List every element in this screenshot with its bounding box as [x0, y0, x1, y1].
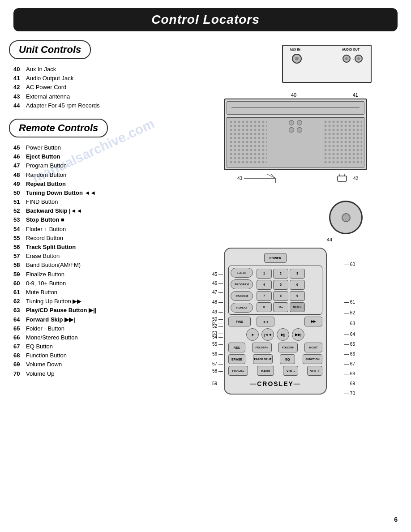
list-item: 57 Erase Button: [13, 252, 215, 260]
item-num: 66: [13, 334, 26, 342]
power-button[interactable]: POWER: [264, 253, 287, 263]
list-item: 40 Aux In Jack: [13, 65, 215, 73]
rec-button[interactable]: REC: [228, 343, 245, 352]
left-num-58: 58 —: [212, 369, 223, 373]
label-41: 41: [353, 92, 358, 98]
left-num-54: 54 —: [212, 335, 223, 339]
item-num: 42: [13, 83, 26, 91]
mute-button[interactable]: MUTE: [290, 302, 305, 312]
repeat-button[interactable]: REPEAT: [231, 303, 253, 313]
vol-down-button[interactable]: VOL -: [283, 366, 298, 376]
back-skip-button[interactable]: |◄◄: [261, 328, 274, 341]
item-label: Repeat Button: [26, 180, 66, 188]
mo-st-button[interactable]: MO/ST: [304, 343, 322, 352]
left-col: EJECT PROGRAM RANDOM REPEAT: [231, 268, 253, 313]
svg-rect-1: [229, 120, 267, 165]
unit-control-knob-2: [297, 120, 302, 125]
folder-minus-button[interactable]: FOLDER-: [278, 343, 298, 352]
tune-up-button[interactable]: ▶▶: [304, 317, 322, 326]
list-item: 47 Program Button: [13, 162, 215, 170]
list-item: 66 Mono/Stereo Button: [13, 334, 215, 342]
vol-up-button[interactable]: VOL +: [307, 366, 322, 376]
item-label: Floder + Button: [26, 225, 66, 233]
side-num-70: — 70: [344, 391, 355, 396]
remote-controls-title: Remote Controls: [19, 122, 98, 134]
side-num-66: — 66: [344, 352, 355, 356]
crosley-logo: —CROSLEY—: [228, 380, 322, 387]
num-1-button[interactable]: 1: [257, 269, 272, 279]
remote-controls-box: Remote Controls: [9, 119, 108, 137]
page-number: 6: [394, 516, 398, 523]
item-num: 52: [13, 207, 26, 215]
find-button[interactable]: FIND: [228, 317, 251, 326]
item-num: 56: [13, 243, 26, 251]
item-label: Volume Down: [26, 360, 62, 369]
num-6-button[interactable]: 6: [290, 280, 305, 290]
item-label: Aux In Jack: [26, 65, 56, 73]
svg-line-7: [271, 174, 275, 178]
num-3-button[interactable]: 3: [290, 269, 305, 279]
item-label: Tuning Down Button ◄◄: [26, 189, 96, 197]
item-num: 51: [13, 198, 26, 206]
side-num-67: — 67: [344, 361, 355, 366]
audio-out-label: AUDIO OUT: [342, 48, 360, 51]
fwd-skip-button[interactable]: ▶▶|: [292, 328, 304, 341]
unit-control-knob-4: [297, 127, 302, 133]
program-button[interactable]: PROGRAM: [231, 279, 253, 289]
item-label: Eject Button: [26, 153, 60, 161]
num-0-button[interactable]: 0: [257, 302, 272, 312]
item-num: 46: [13, 153, 26, 161]
function-button[interactable]: FUNCTION: [303, 354, 322, 364]
unit-diagram-area: AUX IN AUDIO OUT L R: [224, 45, 376, 192]
track-split-button[interactable]: TRACK SPLIT: [253, 354, 273, 364]
label-42: 42: [353, 176, 358, 181]
eq-button[interactable]: EQ: [280, 354, 295, 364]
svg-line-6: [266, 174, 275, 178]
stop-button[interactable]: ■: [246, 328, 259, 341]
item-num: 45: [13, 144, 26, 152]
unit-controls-list: 40 Aux In Jack 41 Audio Output Jack 42 A…: [13, 65, 215, 110]
item-label: Mute Button: [26, 288, 57, 296]
num-7-button[interactable]: 7: [257, 291, 272, 301]
left-num-45: 45 —: [212, 272, 223, 277]
side-num-64: — 64: [344, 332, 355, 337]
tune-down-button[interactable]: ◄◄: [257, 317, 274, 326]
num-9-button[interactable]: 9: [290, 291, 305, 301]
num-2-button[interactable]: 2: [273, 269, 288, 279]
unit-controls-box: Unit Controls: [9, 40, 91, 59]
finalize-button[interactable]: FINALIZE: [228, 366, 248, 376]
folder-plus-button[interactable]: FOLDER+: [252, 343, 272, 352]
right-panel: manualsarchive.com AUX IN AUDIO OUT L R: [215, 40, 402, 395]
play-pause-button[interactable]: ▶||: [277, 328, 289, 341]
list-item: 56 Track Split Button: [13, 243, 215, 251]
item-num: 69: [13, 360, 26, 369]
item-label: External antenna: [26, 93, 70, 101]
random-button[interactable]: RANDOM: [231, 291, 253, 301]
erase-track-row: ERASE TRACK SPLIT EQ FUNCTION: [228, 354, 322, 364]
left-num-56: 56 —: [212, 352, 223, 356]
unit-control-knob-3: [289, 127, 294, 133]
side-num-62: — 62: [344, 310, 355, 315]
left-num-49: 49 —: [212, 309, 223, 314]
eject-numpad-section: EJECT PROGRAM RANDOM REPEAT 1 2 3 4 5 6 …: [228, 266, 322, 315]
num-4-button[interactable]: 4: [257, 280, 272, 290]
band-button[interactable]: BAND: [257, 366, 274, 376]
side-num-63: — 63: [344, 321, 355, 326]
num-10plus-button[interactable]: 10+: [273, 302, 288, 312]
main-content: Unit Controls 40 Aux In Jack 41 Audio Ou…: [0, 36, 411, 399]
left-num-47: 47 —: [212, 290, 223, 295]
eject-button[interactable]: EJECT: [231, 268, 253, 278]
num-5-button[interactable]: 5: [273, 280, 288, 290]
item-num: 41: [13, 74, 26, 82]
item-label: Forward Skip ▶▶|: [26, 316, 75, 324]
item-num: 57: [13, 252, 26, 260]
audio-out-r-jack: [355, 55, 363, 63]
list-item: 46 Eject Button: [13, 153, 215, 161]
item-label: Mono/Stereo Button: [26, 334, 78, 342]
item-num: 63: [13, 306, 26, 314]
item-num: 65: [13, 325, 26, 333]
unit-inner-panel: [227, 117, 364, 167]
num-8-button[interactable]: 8: [273, 291, 288, 301]
erase-button[interactable]: ERASE: [228, 354, 245, 364]
remote-controls-section: Remote Controls 45 Power Button 46 Eject…: [9, 119, 215, 378]
